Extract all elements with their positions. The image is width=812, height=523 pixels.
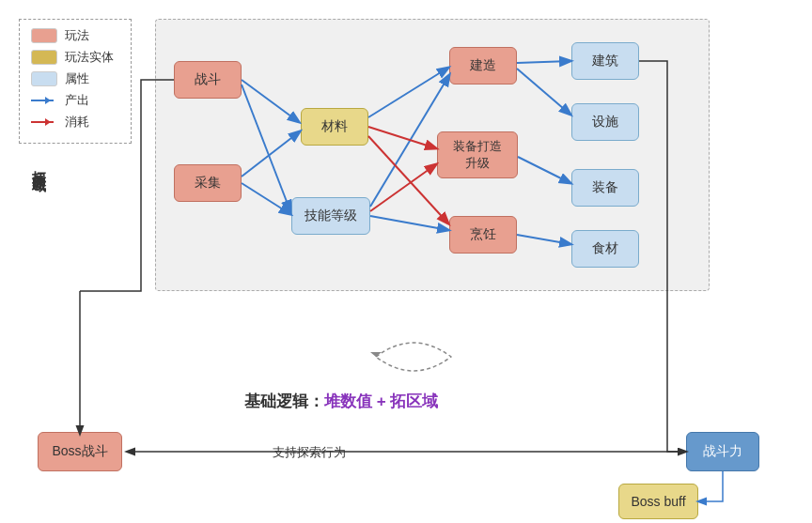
diagram-container: 玩法 玩法实体 属性 产出 消耗 战斗 采集 [9, 9, 803, 514]
node-jianzao: 建造 [449, 47, 517, 85]
node-zhuangbei: 装备 [571, 169, 639, 207]
legend-gameplay: 玩法 [31, 27, 119, 44]
node-shicai: 食材 [571, 230, 639, 268]
arrow-red-icon [31, 121, 54, 123]
node-pengren: 烹饪 [449, 216, 517, 254]
node-boss-buff: Boss buff [618, 484, 698, 519]
node-jianzhu: 建筑 [571, 42, 639, 80]
legend-produce: 产出 [31, 92, 119, 109]
legend-box-gameplay-entity [31, 50, 57, 65]
label-expand-area: 拓展新区域 [30, 160, 48, 169]
legend-label-gameplay: 玩法 [65, 27, 89, 44]
legend-label-gameplay-entity: 玩法实体 [65, 49, 114, 66]
legend-arrow-red [31, 115, 57, 130]
legend-label-produce: 产出 [65, 92, 89, 109]
legend-box-gameplay [31, 28, 57, 43]
legend-label-consume: 消耗 [65, 114, 89, 131]
label-support-explore: 支持探索行为 [273, 444, 346, 461]
legend-arrow-blue [31, 93, 57, 108]
base-logic-highlight: 堆数值 + 拓区域 [324, 392, 438, 410]
node-cailiao: 材料 [301, 108, 368, 146]
legend-attribute: 属性 [31, 70, 119, 87]
svg-marker-15 [370, 352, 382, 357]
arrow-blue-icon [31, 100, 54, 101]
legend-consume: 消耗 [31, 114, 119, 131]
legend: 玩法 玩法实体 属性 产出 消耗 [19, 19, 132, 144]
node-zhuangbeidazao: 装备打造 升级 [437, 131, 518, 178]
node-caiji: 采集 [174, 164, 242, 202]
node-jinengdengji: 技能等级 [291, 197, 370, 235]
legend-box-attribute [31, 71, 57, 86]
legend-label-attribute: 属性 [65, 70, 89, 87]
node-zhandouli: 战斗力 [686, 432, 759, 471]
base-logic-label: 基础逻辑：堆数值 + 拓区域 [244, 391, 438, 412]
node-zhandou: 战斗 [174, 61, 242, 99]
legend-gameplay-entity: 玩法实体 [31, 49, 119, 66]
node-boss-zhandou: Boss战斗 [38, 432, 122, 471]
node-sheshi: 设施 [571, 103, 639, 141]
